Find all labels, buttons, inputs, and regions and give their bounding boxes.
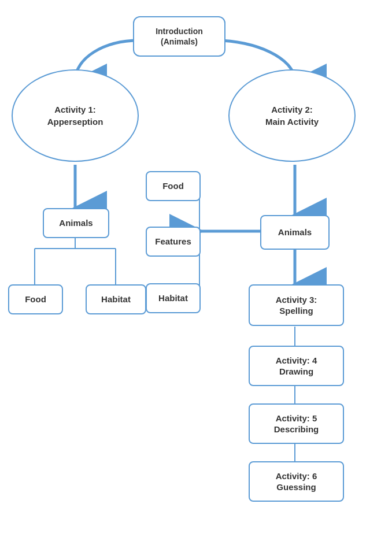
activity5-box: Activity: 5 Describing: [249, 403, 344, 444]
animals-right-box: Animals: [260, 215, 330, 250]
animals-left-box: Animals: [43, 208, 109, 238]
activity3-box: Activity 3: Spelling: [249, 284, 344, 326]
activity2-circle: Activity 2: Main Activity: [228, 69, 356, 162]
food-left-box: Food: [8, 284, 63, 314]
activity1-circle: Activity 1: Apperseption: [12, 69, 139, 162]
features-mid-box: Features: [146, 227, 201, 257]
activity6-box: Activity: 6 Guessing: [249, 461, 344, 502]
habitat-mid-box: Habitat: [146, 283, 201, 313]
food-mid-box: Food: [146, 171, 201, 201]
activity4-box: Activity: 4 Drawing: [249, 346, 344, 386]
habitat-left-box: Habitat: [86, 284, 146, 314]
intro-box: Introduction (Animals): [133, 16, 225, 57]
